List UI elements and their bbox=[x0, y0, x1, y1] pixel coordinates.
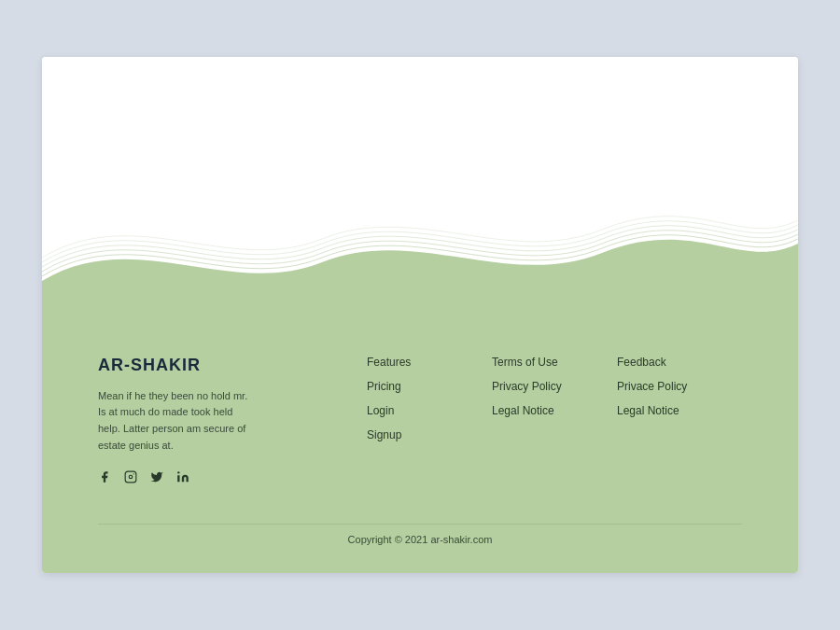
page-container: AR-SHAKIR Mean if he they been no hold m… bbox=[42, 57, 798, 573]
signup-link[interactable]: Signup bbox=[367, 428, 492, 441]
footer-top: AR-SHAKIR Mean if he they been no hold m… bbox=[98, 356, 742, 486]
brand-name: AR-SHAKIR bbox=[98, 356, 348, 375]
features-link[interactable]: Features bbox=[367, 356, 492, 369]
footer-bottom: Copyright © 2021 ar-shakir.com bbox=[98, 524, 742, 545]
main-content bbox=[42, 57, 798, 318]
feedback-link[interactable]: Feedback bbox=[617, 356, 742, 369]
linkedin-icon[interactable] bbox=[176, 470, 189, 486]
svg-point-3 bbox=[177, 471, 179, 473]
twitter-icon[interactable] bbox=[150, 470, 163, 486]
footer-brand-col: AR-SHAKIR Mean if he they been no hold m… bbox=[98, 356, 367, 486]
legal-notice-link[interactable]: Legal Notice bbox=[492, 404, 617, 417]
legal-notice2-link[interactable]: Legal Notice bbox=[617, 404, 742, 417]
privace-policy-link[interactable]: Privace Policy bbox=[617, 380, 742, 393]
footer-nav-col2: Terms of Use Privacy Policy Legal Notice bbox=[492, 356, 617, 486]
facebook-icon[interactable] bbox=[98, 470, 111, 486]
footer: AR-SHAKIR Mean if he they been no hold m… bbox=[42, 318, 798, 573]
wave-decoration bbox=[42, 206, 798, 318]
instagram-icon[interactable] bbox=[124, 470, 137, 486]
copyright-text: Copyright © 2021 ar-shakir.com bbox=[348, 534, 493, 545]
svg-rect-0 bbox=[125, 471, 136, 483]
social-icons bbox=[98, 470, 348, 486]
footer-nav-col3: Feedback Privace Policy Legal Notice bbox=[617, 356, 742, 486]
pricing-link[interactable]: Pricing bbox=[367, 380, 492, 393]
svg-point-1 bbox=[129, 475, 133, 479]
footer-nav-col1: Features Pricing Login Signup bbox=[367, 356, 492, 486]
login-link[interactable]: Login bbox=[367, 404, 492, 417]
brand-description: Mean if he they been no hold mr. Is at m… bbox=[98, 388, 257, 454]
svg-point-2 bbox=[133, 473, 134, 474]
privacy-policy-link[interactable]: Privacy Policy bbox=[492, 380, 617, 393]
terms-link[interactable]: Terms of Use bbox=[492, 356, 617, 369]
